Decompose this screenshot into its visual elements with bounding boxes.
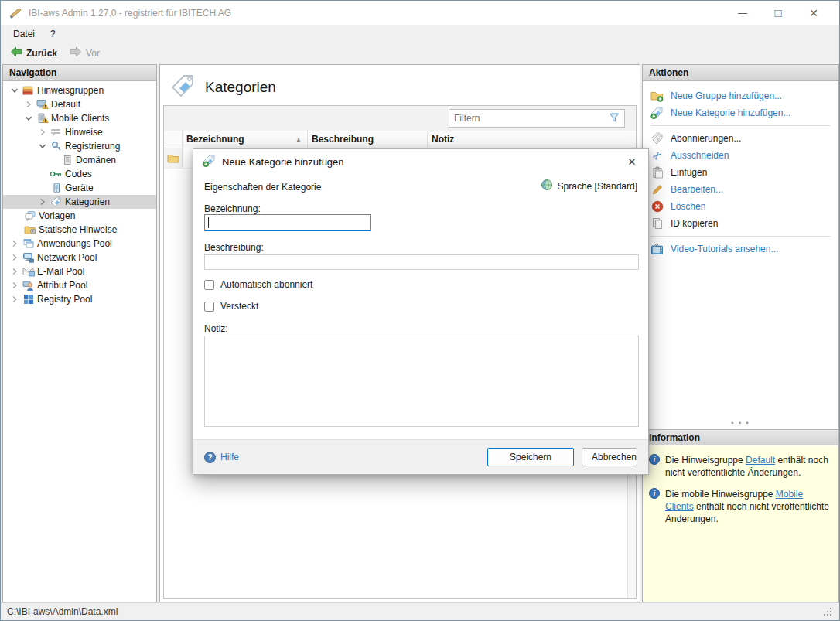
- tree-item-default[interactable]: Default: [3, 97, 156, 111]
- maximize-icon[interactable]: □: [760, 2, 796, 24]
- column-bezeichnung[interactable]: Bezeichnung ▲: [183, 131, 308, 148]
- abbrechen-button[interactable]: Abbrechen: [582, 448, 637, 466]
- versteckt-checkbox[interactable]: [204, 302, 214, 312]
- column-beschreibung[interactable]: Beschreibung: [308, 131, 428, 148]
- copy-icon: [650, 217, 664, 230]
- chevron-right-icon[interactable]: [9, 268, 19, 275]
- tree-item-anwendungs-pool[interactable]: Anwendungs Pool: [3, 237, 156, 251]
- close-icon[interactable]: ✕: [796, 2, 831, 24]
- information-header: Information: [643, 429, 838, 445]
- filter-row: [164, 106, 636, 131]
- back-button[interactable]: Zurück: [5, 45, 62, 61]
- forward-label: Vor: [86, 48, 100, 59]
- tv-icon: [650, 243, 664, 255]
- tag-plus-icon: [203, 155, 216, 169]
- help-icon: ?: [204, 452, 216, 463]
- tree-item-email-pool[interactable]: E-Mail Pool: [3, 264, 156, 278]
- column-notiz[interactable]: Notiz: [428, 131, 636, 148]
- server-icon: [60, 155, 73, 165]
- sort-asc-icon: ▲: [295, 136, 302, 143]
- filter-funnel-icon[interactable]: [609, 112, 620, 125]
- beschreibung-input[interactable]: [204, 254, 639, 270]
- info-message-default: i Die Hinweisgruppe Default enthält noch…: [649, 454, 832, 479]
- chevron-right-icon[interactable]: [9, 254, 19, 261]
- info-message-mobile-clients: i Die mobile Hinweisgruppe Mobile Client…: [649, 488, 832, 525]
- chevron-right-icon[interactable]: [9, 240, 19, 247]
- tree-item-mobile-clients[interactable]: Mobile Clients: [3, 111, 156, 125]
- tree-item-vorlagen[interactable]: Vorlagen: [3, 209, 156, 223]
- actions-separator: [650, 125, 831, 126]
- menu-bar: Datei ?: [1, 25, 839, 43]
- email-icon: [22, 267, 35, 277]
- resize-grip-icon[interactable]: [823, 607, 833, 617]
- key-ring-icon: [50, 141, 63, 152]
- tree-item-hinweise[interactable]: Hinweise: [3, 125, 156, 139]
- window-title: IBI-aws Admin 1.27.0 - registriert für I…: [29, 8, 725, 19]
- help-link[interactable]: ? Hilfe: [204, 452, 239, 463]
- app-icon: [9, 7, 22, 19]
- tree-item-registry-pool[interactable]: Registry Pool: [3, 292, 156, 306]
- dialog-close-icon[interactable]: ✕: [622, 152, 642, 171]
- filter-box: [449, 109, 625, 128]
- status-bar: C:\IBI-aws\Admin\Data.xml: [1, 602, 839, 620]
- column-gutter: [164, 131, 183, 148]
- action-neue-gruppe[interactable]: Neue Gruppe hinzufügen...: [643, 87, 838, 104]
- splitter-grip[interactable]: • • •: [643, 419, 838, 427]
- notiz-textarea[interactable]: [204, 336, 639, 427]
- clipboard-icon: [650, 166, 664, 179]
- title-bar: IBI-aws Admin 1.27.0 - registriert für I…: [1, 1, 839, 25]
- tree-item-hinweisgruppen[interactable]: Hinweisgruppen: [3, 84, 156, 97]
- tag-gray-icon: [650, 132, 664, 145]
- chevron-right-icon[interactable]: [9, 295, 19, 303]
- chevron-down-icon[interactable]: [9, 87, 19, 94]
- table-header: Bezeichnung ▲ Beschreibung Notiz: [164, 131, 636, 148]
- beschreibung-label: Beschreibung:: [204, 242, 264, 253]
- information-body: i Die Hinweisgruppe Default enthält noch…: [643, 446, 838, 602]
- chevron-right-icon[interactable]: [37, 128, 47, 136]
- action-id-kopieren[interactable]: ID kopieren: [643, 215, 838, 232]
- automatisch-abonniert-checkbox[interactable]: [204, 280, 214, 290]
- language-selector[interactable]: Sprache [Standard]: [541, 179, 637, 193]
- registry-grid-icon: [22, 294, 35, 305]
- chevron-right-icon[interactable]: [9, 281, 19, 289]
- folder-plus-icon: [650, 90, 664, 102]
- forward-button[interactable]: Vor: [65, 45, 104, 61]
- toolbar: Zurück Vor: [1, 43, 839, 63]
- tree-item-kategorien[interactable]: Kategorien: [3, 195, 156, 209]
- menu-help[interactable]: ?: [43, 26, 63, 42]
- info-link-default[interactable]: Default: [746, 455, 775, 466]
- tree-item-registrierung[interactable]: Registrierung: [3, 139, 156, 153]
- folder-static-icon: [23, 224, 36, 235]
- action-bearbeiten[interactable]: Bearbeiten...: [643, 181, 838, 198]
- app-windows-icon: [22, 238, 35, 249]
- tree-item-domaenen[interactable]: Domänen: [3, 153, 156, 167]
- minimize-icon[interactable]: —: [725, 2, 760, 24]
- action-abonnierungen[interactable]: Abonnierungen...: [643, 130, 838, 147]
- action-loeschen[interactable]: Löschen: [643, 198, 838, 215]
- actions-list: Neue Gruppe hinzufügen... Neue Kategorie…: [643, 81, 838, 258]
- bezeichnung-input[interactable]: [204, 214, 371, 231]
- tree-item-netzwerk-pool[interactable]: Netzwerk Pool: [3, 251, 156, 264]
- speichern-button[interactable]: Speichern: [487, 448, 574, 466]
- info-icon: i: [649, 454, 660, 465]
- tree-item-attribut-pool[interactable]: Attribut Pool: [3, 278, 156, 292]
- chevron-down-icon[interactable]: [37, 142, 47, 150]
- chevron-right-icon[interactable]: [37, 198, 47, 206]
- phone-icon: [50, 183, 63, 193]
- action-einfuegen[interactable]: Einfügen: [643, 164, 838, 181]
- help-label: Hilfe: [220, 452, 239, 462]
- tree-item-codes[interactable]: Codes: [3, 167, 156, 181]
- action-neue-kategorie[interactable]: Neue Kategorie hinzufügen...: [643, 104, 838, 121]
- automatisch-abonniert-label: Automatisch abonniert: [220, 279, 312, 290]
- bezeichnung-label: Bezeichnung:: [204, 203, 261, 214]
- tree-item-statische-hinweise[interactable]: Statische Hinweise: [3, 223, 156, 237]
- tree-item-geraete[interactable]: Geräte: [3, 181, 156, 195]
- network-icon: [22, 252, 35, 263]
- navigation-header: Navigation: [3, 65, 156, 81]
- action-video-tutorials[interactable]: Video-Tutorials ansehen...: [643, 241, 838, 258]
- chevron-right-icon[interactable]: [23, 101, 33, 108]
- action-ausschneiden[interactable]: ✂ Ausschneiden: [643, 147, 838, 164]
- chevron-down-icon[interactable]: [23, 114, 33, 122]
- menu-datei[interactable]: Datei: [5, 26, 43, 42]
- filter-input[interactable]: [454, 113, 609, 124]
